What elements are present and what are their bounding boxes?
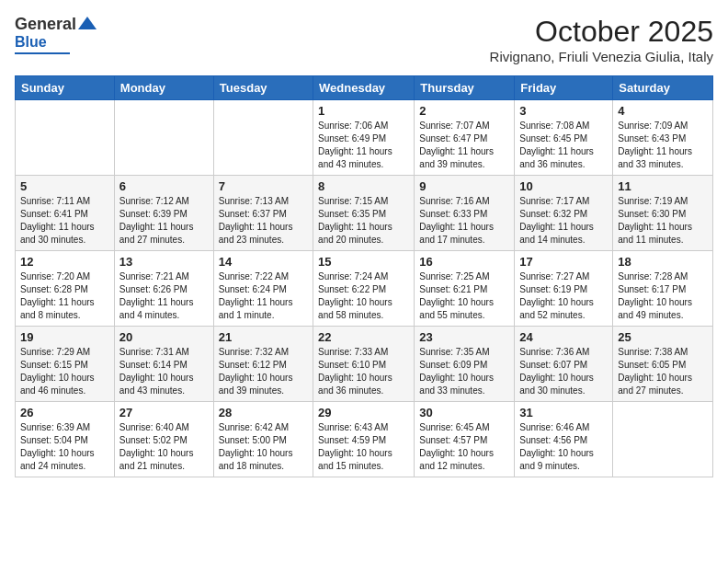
- weekday-header-tuesday: Tuesday: [213, 76, 313, 100]
- calendar-cell: 29Sunrise: 6:43 AM Sunset: 4:59 PM Dayli…: [313, 402, 415, 477]
- day-info: Sunrise: 7:16 AM Sunset: 6:33 PM Dayligh…: [419, 195, 509, 247]
- day-number: 2: [419, 104, 509, 118]
- day-number: 30: [419, 406, 509, 419]
- weekday-header-row: SundayMondayTuesdayWednesdayThursdayFrid…: [16, 76, 713, 100]
- day-info: Sunrise: 7:19 AM Sunset: 6:30 PM Dayligh…: [618, 195, 708, 247]
- day-info: Sunrise: 7:11 AM Sunset: 6:41 PM Dayligh…: [20, 195, 109, 247]
- calendar-cell: 6Sunrise: 7:12 AM Sunset: 6:39 PM Daylig…: [114, 176, 213, 251]
- day-number: 19: [20, 330, 109, 344]
- day-number: 6: [119, 179, 209, 193]
- calendar-cell: 20Sunrise: 7:31 AM Sunset: 6:14 PM Dayli…: [114, 327, 213, 402]
- day-number: 27: [119, 406, 209, 419]
- day-info: Sunrise: 7:29 AM Sunset: 6:15 PM Dayligh…: [20, 346, 109, 397]
- day-info: Sunrise: 7:35 AM Sunset: 6:09 PM Dayligh…: [419, 346, 509, 397]
- calendar-cell: 13Sunrise: 7:21 AM Sunset: 6:26 PM Dayli…: [114, 251, 213, 327]
- month-title: October 2025: [490, 15, 713, 49]
- weekday-header-friday: Friday: [515, 76, 613, 100]
- day-info: Sunrise: 7:13 AM Sunset: 6:37 PM Dayligh…: [219, 195, 308, 247]
- week-row-5: 26Sunrise: 6:39 AM Sunset: 5:04 PM Dayli…: [16, 402, 713, 477]
- day-info: Sunrise: 6:40 AM Sunset: 5:02 PM Dayligh…: [119, 421, 209, 473]
- day-number: 4: [618, 104, 708, 118]
- calendar-cell: [114, 100, 213, 176]
- weekday-header-thursday: Thursday: [415, 76, 515, 100]
- day-info: Sunrise: 7:17 AM Sunset: 6:32 PM Dayligh…: [519, 195, 608, 247]
- logo: General Blue: [15, 15, 97, 54]
- week-row-4: 19Sunrise: 7:29 AM Sunset: 6:15 PM Dayli…: [16, 327, 713, 402]
- day-number: 31: [519, 406, 608, 419]
- day-info: Sunrise: 7:28 AM Sunset: 6:17 PM Dayligh…: [618, 270, 708, 322]
- calendar-cell: [613, 402, 713, 477]
- calendar-cell: [213, 100, 313, 176]
- weekday-header-monday: Monday: [114, 76, 213, 100]
- weekday-header-wednesday: Wednesday: [313, 76, 415, 100]
- calendar-cell: 1Sunrise: 7:06 AM Sunset: 6:49 PM Daylig…: [313, 100, 415, 176]
- calendar-cell: 23Sunrise: 7:35 AM Sunset: 6:09 PM Dayli…: [415, 327, 515, 402]
- calendar-cell: 3Sunrise: 7:08 AM Sunset: 6:45 PM Daylig…: [515, 100, 613, 176]
- logo-triangle-icon: [78, 17, 97, 29]
- page-header: General Blue October 2025 Rivignano, Fri…: [15, 15, 713, 64]
- day-number: 3: [519, 104, 608, 118]
- calendar-cell: [16, 100, 115, 176]
- calendar-cell: 10Sunrise: 7:17 AM Sunset: 6:32 PM Dayli…: [515, 176, 613, 251]
- day-number: 11: [618, 179, 708, 193]
- day-number: 20: [119, 330, 209, 344]
- day-number: 8: [318, 179, 409, 193]
- calendar-cell: 26Sunrise: 6:39 AM Sunset: 5:04 PM Dayli…: [16, 402, 115, 477]
- day-info: Sunrise: 7:15 AM Sunset: 6:35 PM Dayligh…: [318, 195, 409, 247]
- day-info: Sunrise: 7:32 AM Sunset: 6:12 PM Dayligh…: [219, 346, 308, 397]
- calendar-cell: 25Sunrise: 7:38 AM Sunset: 6:05 PM Dayli…: [613, 327, 713, 402]
- day-number: 24: [519, 330, 608, 344]
- day-info: Sunrise: 7:22 AM Sunset: 6:24 PM Dayligh…: [219, 270, 308, 322]
- calendar-cell: 21Sunrise: 7:32 AM Sunset: 6:12 PM Dayli…: [213, 327, 313, 402]
- day-info: Sunrise: 6:45 AM Sunset: 4:57 PM Dayligh…: [419, 421, 509, 473]
- day-info: Sunrise: 7:08 AM Sunset: 6:45 PM Dayligh…: [519, 120, 608, 171]
- calendar-cell: 5Sunrise: 7:11 AM Sunset: 6:41 PM Daylig…: [16, 176, 115, 251]
- day-info: Sunrise: 7:21 AM Sunset: 6:26 PM Dayligh…: [119, 270, 209, 322]
- location-text: Rivignano, Friuli Venezia Giulia, Italy: [490, 49, 713, 64]
- calendar-cell: 9Sunrise: 7:16 AM Sunset: 6:33 PM Daylig…: [415, 176, 515, 251]
- calendar-cell: 30Sunrise: 6:45 AM Sunset: 4:57 PM Dayli…: [415, 402, 515, 477]
- day-number: 1: [318, 104, 409, 118]
- day-number: 16: [419, 255, 509, 269]
- calendar-cell: 16Sunrise: 7:25 AM Sunset: 6:21 PM Dayli…: [415, 251, 515, 327]
- day-number: 26: [20, 406, 109, 419]
- day-number: 14: [219, 255, 308, 269]
- day-info: Sunrise: 6:42 AM Sunset: 5:00 PM Dayligh…: [219, 421, 308, 473]
- calendar-cell: 18Sunrise: 7:28 AM Sunset: 6:17 PM Dayli…: [613, 251, 713, 327]
- weekday-header-saturday: Saturday: [613, 76, 713, 100]
- day-number: 28: [219, 406, 308, 419]
- day-number: 17: [519, 255, 608, 269]
- day-number: 22: [318, 330, 409, 344]
- day-info: Sunrise: 7:31 AM Sunset: 6:14 PM Dayligh…: [119, 346, 209, 397]
- week-row-1: 1Sunrise: 7:06 AM Sunset: 6:49 PM Daylig…: [16, 100, 713, 176]
- calendar-cell: 24Sunrise: 7:36 AM Sunset: 6:07 PM Dayli…: [515, 327, 613, 402]
- day-info: Sunrise: 7:25 AM Sunset: 6:21 PM Dayligh…: [419, 270, 509, 322]
- calendar-cell: 28Sunrise: 6:42 AM Sunset: 5:00 PM Dayli…: [213, 402, 313, 477]
- calendar-cell: 8Sunrise: 7:15 AM Sunset: 6:35 PM Daylig…: [313, 176, 415, 251]
- calendar-cell: 31Sunrise: 6:46 AM Sunset: 4:56 PM Dayli…: [515, 402, 613, 477]
- calendar-cell: 7Sunrise: 7:13 AM Sunset: 6:37 PM Daylig…: [213, 176, 313, 251]
- calendar-cell: 12Sunrise: 7:20 AM Sunset: 6:28 PM Dayli…: [16, 251, 115, 327]
- day-info: Sunrise: 7:20 AM Sunset: 6:28 PM Dayligh…: [20, 270, 109, 322]
- calendar-cell: 27Sunrise: 6:40 AM Sunset: 5:02 PM Dayli…: [114, 402, 213, 477]
- day-info: Sunrise: 7:27 AM Sunset: 6:19 PM Dayligh…: [519, 270, 608, 322]
- day-info: Sunrise: 7:24 AM Sunset: 6:22 PM Dayligh…: [318, 270, 409, 322]
- calendar-table: SundayMondayTuesdayWednesdayThursdayFrid…: [15, 75, 713, 477]
- day-info: Sunrise: 7:07 AM Sunset: 6:47 PM Dayligh…: [419, 120, 509, 171]
- week-row-3: 12Sunrise: 7:20 AM Sunset: 6:28 PM Dayli…: [16, 251, 713, 327]
- day-number: 5: [20, 179, 109, 193]
- calendar-cell: 17Sunrise: 7:27 AM Sunset: 6:19 PM Dayli…: [515, 251, 613, 327]
- day-number: 23: [419, 330, 509, 344]
- day-number: 25: [618, 330, 708, 344]
- calendar-cell: 15Sunrise: 7:24 AM Sunset: 6:22 PM Dayli…: [313, 251, 415, 327]
- logo-blue-text: Blue: [15, 34, 47, 51]
- title-section: October 2025 Rivignano, Friuli Venezia G…: [490, 15, 713, 64]
- day-number: 13: [119, 255, 209, 269]
- day-info: Sunrise: 7:33 AM Sunset: 6:10 PM Dayligh…: [318, 346, 409, 397]
- day-info: Sunrise: 7:36 AM Sunset: 6:07 PM Dayligh…: [519, 346, 608, 397]
- day-info: Sunrise: 7:09 AM Sunset: 6:43 PM Dayligh…: [618, 120, 708, 171]
- day-number: 12: [20, 255, 109, 269]
- day-info: Sunrise: 7:12 AM Sunset: 6:39 PM Dayligh…: [119, 195, 209, 247]
- calendar-cell: 11Sunrise: 7:19 AM Sunset: 6:30 PM Dayli…: [613, 176, 713, 251]
- day-number: 7: [219, 179, 308, 193]
